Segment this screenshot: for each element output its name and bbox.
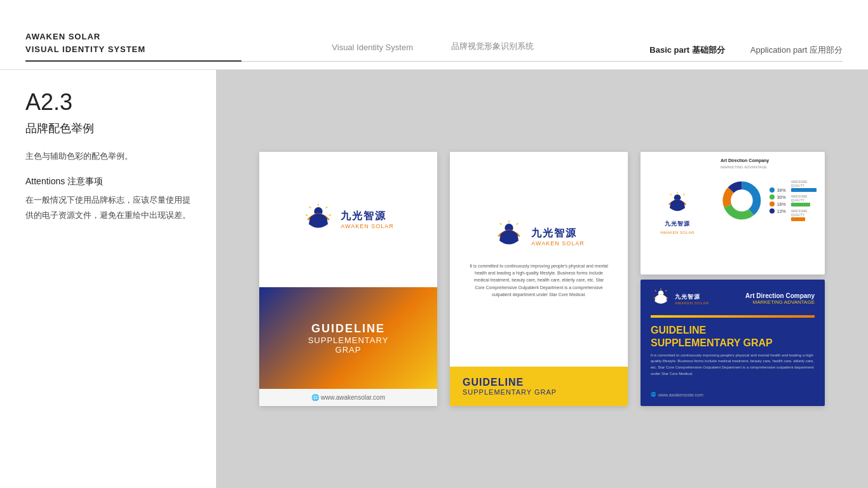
header-right-nav: Basic part 基础部分 Application part 应用部分 bbox=[624, 44, 843, 62]
card-3-top-logo: 九光智源 AWAKEN SOLAR bbox=[641, 152, 714, 274]
card-1-top: 九光智源 AWAKEN SOLAR bbox=[259, 152, 437, 287]
svg-line-4 bbox=[329, 214, 331, 215]
card-1-bottom: GUIDELINE SUPPLEMENTARY GRAP bbox=[259, 287, 437, 389]
brand-name: AWAKEN SOLAR VISUAL IDENTITY SYSTEM bbox=[25, 30, 241, 55]
card-3-bottom-logo-text: 九光智源 AWAKEN SOLAR bbox=[675, 293, 709, 305]
card-3-bottom-body: It is committed to continuously improvin… bbox=[651, 353, 815, 388]
logo-icon bbox=[302, 204, 334, 236]
card-2-chinese: 九光智源 bbox=[531, 227, 584, 240]
attentions-title: Attentions 注意事项 bbox=[25, 176, 191, 187]
card-2-yellow-bar: GUIDELINE SUPPLEMENTARY GRAP bbox=[450, 367, 628, 406]
bar-group-1: AWESOME QUALITY bbox=[791, 180, 818, 192]
svg-line-2 bbox=[326, 207, 328, 208]
card-3-ad-subtitle: MARKETING ADVANTAGE bbox=[721, 165, 818, 169]
card-3-logo-icon bbox=[665, 192, 690, 217]
nav-basic[interactable]: Basic part 基础部分 bbox=[649, 44, 724, 56]
legend-dot-1 bbox=[770, 187, 775, 193]
card-2-booklet: 九光智源 AWAKEN SOLAR It is committed to con… bbox=[450, 152, 628, 406]
legend-pct-2: 30% bbox=[777, 195, 786, 200]
card-2-logo-text: 九光智源 AWAKEN SOLAR bbox=[531, 227, 584, 247]
globe-icon: 🌐 bbox=[651, 392, 656, 397]
bar-label-awesome: AWESOME QUALITY bbox=[791, 180, 818, 187]
logo-text: 九光智源 AWAKEN SOLAR bbox=[341, 210, 393, 229]
card-3-bottom-guideline: GUIDELINE SUPPLEMENTARY GRAP bbox=[651, 324, 815, 348]
svg-line-5 bbox=[306, 214, 308, 215]
svg-line-21 bbox=[665, 290, 667, 292]
card-3-ad-title: Art Direction Company bbox=[721, 158, 818, 163]
header-center-nav: Visual Identity System 品牌视觉形象识别系统 bbox=[241, 41, 624, 62]
top-labels: Visual Identity System 品牌视觉形象识别系统 bbox=[332, 41, 534, 56]
chart-legend: 39% 30% 18% bbox=[770, 187, 786, 214]
card-1-logo: 九光智源 AWAKEN SOLAR bbox=[302, 204, 393, 236]
svg-point-18 bbox=[731, 189, 753, 212]
bar-row-1 bbox=[791, 188, 818, 192]
card-3-top-panel: 九光智源 AWAKEN SOLAR Art Direction Company … bbox=[641, 152, 825, 274]
legend-dot-3 bbox=[770, 201, 775, 207]
legend-dot-4 bbox=[770, 208, 775, 214]
card-2-english: AWAKEN SOLAR bbox=[531, 240, 584, 247]
card-1-footer: 🌐 www.awakensolar.com bbox=[259, 389, 437, 406]
logo-chinese-text: 九光智源 bbox=[341, 210, 393, 223]
card-3-bottom-logo: 九光智源 AWAKEN SOLAR bbox=[651, 288, 709, 309]
bar-group-3: AWESOME QUALITY bbox=[791, 209, 818, 221]
legend-item-4: 13% bbox=[770, 208, 786, 214]
card-3-bottom-website: 🌐 www.awakensolar.com bbox=[651, 392, 815, 397]
svg-line-13 bbox=[670, 194, 672, 196]
svg-line-9 bbox=[500, 223, 502, 225]
bar-fill-blue bbox=[791, 188, 817, 192]
card-3-bottom-logo-icon bbox=[651, 288, 671, 309]
card-2-top: 九光智源 AWAKEN SOLAR It is committed to con… bbox=[450, 152, 628, 367]
main-content: 九光智源 AWAKEN SOLAR GUIDELINE SUPPLEMENTAR… bbox=[216, 70, 868, 488]
legend-pct-1: 39% bbox=[777, 188, 786, 193]
legend-pct-3: 18% bbox=[777, 202, 786, 207]
donut-chart bbox=[721, 177, 763, 224]
card-2-logo: 九光智源 AWAKEN SOLAR bbox=[493, 220, 584, 252]
legend-item-3: 18% bbox=[770, 201, 786, 207]
grap-label: GRAP bbox=[336, 345, 362, 355]
bar-fill-orange bbox=[791, 217, 805, 221]
guideline-label: GUIDELINE bbox=[311, 322, 385, 336]
website-label: 🌐 bbox=[311, 394, 319, 401]
card-3-double: 九光智源 AWAKEN SOLAR Art Direction Company … bbox=[641, 152, 825, 406]
website-url: www.awakensolar.com bbox=[321, 394, 385, 401]
layout: A2.3 品牌配色举例 主色与辅助色彩的配色举例。 Attentions 注意事… bbox=[0, 70, 868, 488]
nav-application[interactable]: Application part 应用部分 bbox=[750, 44, 843, 56]
sidebar-description: 主色与辅助色彩的配色举例。 bbox=[25, 149, 191, 163]
bar-fill-green bbox=[791, 203, 810, 207]
card-2-guideline: GUIDELINE bbox=[463, 377, 615, 388]
supplementary-label: SUPPLEMENTARY bbox=[308, 336, 389, 345]
bar-charts: AWESOME QUALITY AWESOME QUALITY bbox=[791, 180, 818, 221]
svg-line-8 bbox=[517, 223, 519, 225]
logo-english-text: AWAKEN SOLAR bbox=[341, 223, 393, 229]
chart-area: 39% 30% 18% bbox=[721, 177, 818, 224]
sidebar: A2.3 品牌配色举例 主色与辅助色彩的配色举例。 Attentions 注意事… bbox=[0, 70, 216, 488]
card-1-booklet: 九光智源 AWAKEN SOLAR GUIDELINE SUPPLEMENTAR… bbox=[259, 152, 437, 406]
card-3-bottom-ad: Art Direction Company MARKETING ADVANTAG… bbox=[745, 292, 815, 305]
header: AWAKEN SOLAR VISUAL IDENTITY SYSTEM Visu… bbox=[0, 0, 868, 70]
bar-group-2: AWESOME QUALITY bbox=[791, 194, 818, 207]
nav-brand-chinese[interactable]: 品牌视觉形象识别系统 bbox=[451, 41, 534, 52]
card-2-body: It is committed to continuously improvin… bbox=[463, 262, 615, 298]
card-3-top-english: AWAKEN SOLAR bbox=[660, 231, 695, 234]
legend-dot-2 bbox=[770, 194, 775, 200]
card-3-top-chinese: 九光智源 bbox=[665, 220, 690, 228]
svg-line-3 bbox=[309, 207, 311, 208]
card-2-logo-icon bbox=[493, 220, 525, 252]
card-3-bottom-panel: 九光智源 AWAKEN SOLAR Art Direction Company … bbox=[641, 280, 825, 406]
card-3-bottom-ad-title: Art Direction Company bbox=[745, 292, 815, 299]
legend-item-2: 30% bbox=[770, 194, 786, 200]
nav-vis-identity[interactable]: Visual Identity System bbox=[332, 43, 413, 52]
attentions-text: 在一般情况下使用品牌标志，应该尽量使用提供的电子资源文件，避免在重绘中出现误差。 bbox=[25, 193, 191, 222]
legend-pct-4: 13% bbox=[777, 209, 786, 214]
section-title: 品牌配色举例 bbox=[25, 121, 191, 136]
svg-line-12 bbox=[683, 194, 684, 196]
card-3-bottom-ad-subtitle: MARKETING ADVANTAGE bbox=[745, 299, 815, 305]
svg-line-22 bbox=[655, 290, 656, 292]
legend-item-1: 39% bbox=[770, 187, 786, 193]
card-3-bottom-header: 九光智源 AWAKEN SOLAR Art Direction Company … bbox=[651, 288, 815, 309]
section-code: A2.3 bbox=[25, 89, 191, 116]
brand-logo-area: AWAKEN SOLAR VISUAL IDENTITY SYSTEM bbox=[25, 30, 241, 62]
card-3-chart-section: Art Direction Company MARKETING ADVANTAG… bbox=[714, 152, 825, 274]
card-2-supplementary: SUPPLEMENTARY GRAP bbox=[463, 388, 615, 396]
accent-bar bbox=[651, 315, 815, 318]
